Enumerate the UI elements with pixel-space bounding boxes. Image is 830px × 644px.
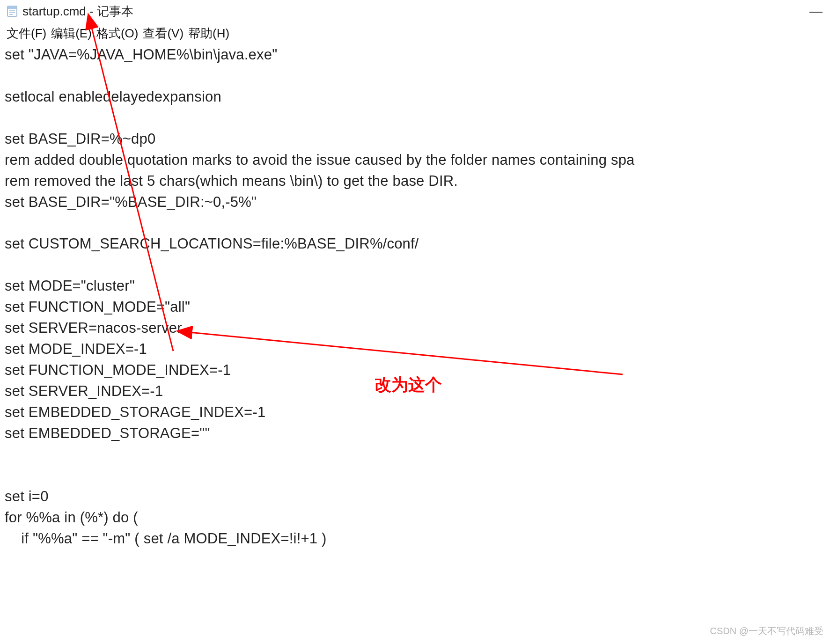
menu-file[interactable]: 文件(F) xyxy=(6,25,47,42)
editor-line: set FUNCTION_MODE="all" xyxy=(5,297,825,318)
editor-line xyxy=(5,108,825,129)
editor-line: setlocal enabledelayedexpansion xyxy=(5,87,825,108)
menu-view[interactable]: 查看(V) xyxy=(142,25,184,42)
editor-line xyxy=(5,444,825,465)
editor-line: set EMBEDDED_STORAGE_INDEX=-1 xyxy=(5,402,825,423)
editor-line: if "%%a" == "-m" ( set /a MODE_INDEX=!i!… xyxy=(5,528,825,549)
window-title: startup.cmd - 记事本 xyxy=(22,3,133,20)
editor-line: set BASE_DIR=%~dp0 xyxy=(5,129,825,150)
menu-edit[interactable]: 编辑(E) xyxy=(50,25,93,42)
editor-line xyxy=(5,213,825,234)
watermark: CSDN @一天不写代码难受 xyxy=(710,625,823,637)
editor-line: for %%a in (%*) do ( xyxy=(5,507,825,528)
editor-line xyxy=(5,465,825,486)
svg-rect-1 xyxy=(7,6,17,9)
editor-line: set "JAVA=%JAVA_HOME%\bin\java.exe" xyxy=(5,44,825,66)
editor-line: set MODE="cluster" xyxy=(5,276,825,297)
editor-line: rem removed the last 5 chars(which means… xyxy=(5,171,825,192)
menu-help[interactable]: 帮助(H) xyxy=(187,25,230,42)
editor-line: set MODE_INDEX=-1 xyxy=(5,339,825,360)
menubar: 文件(F) 编辑(E) 格式(O) 查看(V) 帮助(H) xyxy=(0,22,830,44)
editor-line: rem added double quotation marks to avoi… xyxy=(5,150,825,171)
editor-line xyxy=(5,255,825,276)
minimize-button[interactable]: — xyxy=(802,0,830,22)
editor-line: set EMBEDDED_STORAGE="" xyxy=(5,423,825,444)
editor-line xyxy=(5,66,825,87)
editor-line: set SERVER=nacos-server xyxy=(5,318,825,339)
annotation-label: 改为这个 xyxy=(375,373,442,396)
menu-format[interactable]: 格式(O) xyxy=(95,25,140,42)
editor-line: set BASE_DIR="%BASE_DIR:~0,-5%" xyxy=(5,192,825,213)
editor-line: set CUSTOM_SEARCH_LOCATIONS=file:%BASE_D… xyxy=(5,234,825,255)
text-editor[interactable]: set "JAVA=%JAVA_HOME%\bin\java.exe" setl… xyxy=(0,44,830,549)
titlebar: startup.cmd - 记事本 — xyxy=(0,0,830,22)
editor-line: set i=0 xyxy=(5,486,825,507)
notepad-icon xyxy=(6,5,19,18)
